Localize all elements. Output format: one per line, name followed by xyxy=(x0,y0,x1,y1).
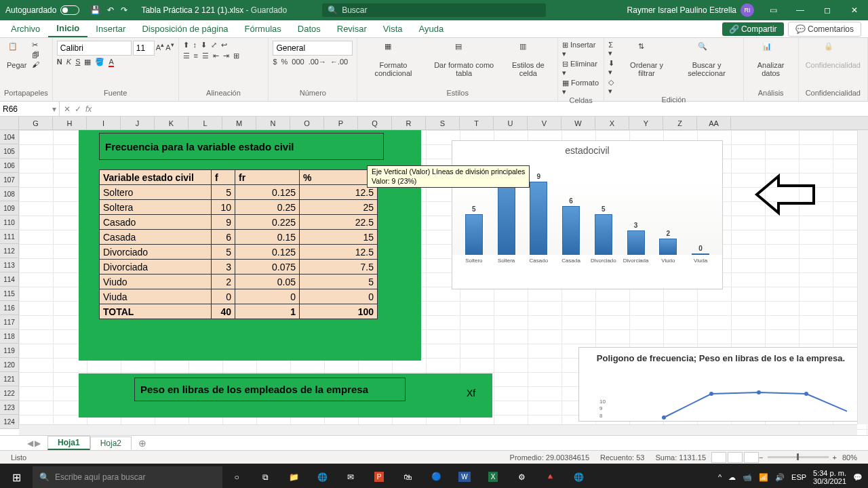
indent-increase-icon[interactable]: ⇥ xyxy=(223,52,229,60)
powerpoint-icon[interactable]: P xyxy=(365,464,393,488)
zoom-out-button[interactable]: − xyxy=(759,453,763,462)
view-pagelayout-icon[interactable] xyxy=(728,452,743,463)
row-header[interactable]: 106 xyxy=(0,159,19,173)
align-right-icon[interactable]: ☰ xyxy=(202,52,209,60)
taskbar-search[interactable]: 🔍 Escribe aquí para buscar xyxy=(33,466,222,488)
table-row[interactable]: Viuda000 xyxy=(100,289,378,304)
underline-button[interactable]: S xyxy=(75,58,80,66)
row-header[interactable]: 112 xyxy=(0,244,19,258)
redo-icon[interactable]: ↷ xyxy=(121,5,127,15)
undo-icon[interactable]: ↶ xyxy=(107,5,114,15)
chart-bar[interactable]: 2 xyxy=(659,239,677,255)
wrap-text-icon[interactable]: ↩ xyxy=(221,41,227,49)
analyze-data-button[interactable]: 📊Analizar datos xyxy=(748,41,794,79)
sheet-nav-prev-icon[interactable]: ◀ xyxy=(27,439,33,448)
row-header[interactable]: 121 xyxy=(0,372,19,386)
table-row[interactable]: Casado90.22522.5 xyxy=(100,215,378,230)
conditional-format-button[interactable]: ▦Formato condicional xyxy=(361,41,425,79)
cancel-formula-icon[interactable]: ✕ xyxy=(64,104,71,114)
row-headers[interactable]: 1041051061071081091101111121131141151161… xyxy=(0,130,19,429)
align-left-icon[interactable]: ☰ xyxy=(183,52,190,60)
tab-archivo[interactable]: Archivo xyxy=(3,21,48,37)
column-headers[interactable]: GHIJKLMNOPQRSTUVWXYZAA xyxy=(0,117,868,130)
row-header[interactable]: 124 xyxy=(0,415,19,429)
close-icon[interactable]: ✕ xyxy=(841,0,868,20)
table-row[interactable]: Soltera100.2525 xyxy=(100,200,378,215)
autosave-toggle[interactable]: Autoguardado xyxy=(0,5,85,15)
comments-button[interactable]: 💬 Comentarios xyxy=(788,22,861,37)
sort-filter-button[interactable]: ⇅Ordenar y filtrar xyxy=(622,41,672,79)
chart-bar[interactable]: 0 xyxy=(692,253,709,255)
notifications-icon[interactable]: 💬 xyxy=(853,473,863,482)
row-header[interactable]: 114 xyxy=(0,272,19,287)
store-icon[interactable]: 🛍 xyxy=(393,464,422,488)
col-header[interactable]: AA xyxy=(697,117,731,129)
tab-inicio[interactable]: Inicio xyxy=(48,20,87,37)
toggle-off-icon[interactable] xyxy=(60,5,79,15)
brush-icon[interactable]: 🖌 xyxy=(32,60,39,68)
col-header[interactable]: J xyxy=(121,117,155,129)
row-header[interactable]: 108 xyxy=(0,187,19,201)
table-row[interactable]: Viudo20.055 xyxy=(100,274,378,289)
save-icon[interactable]: 💾 xyxy=(90,5,100,15)
enter-formula-icon[interactable]: ✓ xyxy=(75,104,81,114)
wifi-icon[interactable]: 📶 xyxy=(759,473,768,482)
cut-icon[interactable]: ✂ xyxy=(32,41,39,49)
name-box[interactable]: R66▾ xyxy=(0,102,60,116)
find-select-button[interactable]: 🔍Buscar y seleccionar xyxy=(674,41,738,79)
col-header[interactable]: V xyxy=(528,117,561,129)
format-as-table-button[interactable]: ▤Dar formato como tabla xyxy=(428,41,500,79)
tray-chevron-icon[interactable]: ^ xyxy=(718,473,722,481)
tab-revisar[interactable]: Revisar xyxy=(329,21,375,37)
view-pagebreak-icon[interactable] xyxy=(744,452,759,463)
meet-now-icon[interactable]: 📹 xyxy=(743,473,752,482)
delete-cells-button[interactable]: ⊟ Eliminar ▾ xyxy=(562,60,599,77)
language-indicator[interactable]: ESP xyxy=(791,473,806,481)
col-header[interactable]: O xyxy=(290,117,324,129)
font-name-select[interactable] xyxy=(57,41,132,56)
merge-icon[interactable]: ⊞ xyxy=(233,52,239,60)
col-header[interactable]: Z xyxy=(663,117,697,129)
table-row[interactable]: Divorciado50.12512.5 xyxy=(100,245,378,260)
format-cells-button[interactable]: ▦ Formato ▾ xyxy=(562,79,599,96)
row-header[interactable]: 104 xyxy=(0,130,19,144)
row-header[interactable]: 120 xyxy=(0,358,19,372)
account-button[interactable]: Raymer Israel Paulino Estrella RI xyxy=(622,3,760,17)
row-header[interactable]: 111 xyxy=(0,230,19,244)
row-header[interactable]: 122 xyxy=(0,386,19,401)
mail-icon[interactable]: ✉ xyxy=(336,464,365,488)
increase-decimal-icon[interactable]: .00→ xyxy=(309,58,326,66)
col-header[interactable]: Q xyxy=(358,117,392,129)
cell-styles-button[interactable]: ▥Estilos de celda xyxy=(503,41,553,79)
align-top-icon[interactable]: ⬆ xyxy=(183,41,189,49)
borders-icon[interactable]: ▦ xyxy=(84,58,91,66)
frequency-table[interactable]: Variable estado civil f fr % Soltero50.1… xyxy=(99,169,378,319)
row-header[interactable]: 109 xyxy=(0,201,19,216)
volume-icon[interactable]: 🔊 xyxy=(775,473,785,482)
col-header[interactable]: I xyxy=(87,117,121,129)
italic-button[interactable]: K xyxy=(66,58,71,66)
start-button[interactable]: ⊞ xyxy=(0,471,33,484)
clock[interactable]: 5:34 p. m. 30/3/2021 xyxy=(813,469,846,485)
chart-bar[interactable]: 9 xyxy=(530,182,547,255)
col-header[interactable]: L xyxy=(189,117,222,129)
col-header[interactable]: W xyxy=(561,117,595,129)
tab-insertar[interactable]: Insertar xyxy=(87,21,134,37)
sheet-nav-next-icon[interactable]: ▶ xyxy=(35,439,41,448)
table-row[interactable]: Casada60.1515 xyxy=(100,230,378,245)
number-format-select[interactable] xyxy=(273,41,353,56)
row-header[interactable]: 110 xyxy=(0,216,19,230)
add-sheet-button[interactable]: ⊕ xyxy=(132,438,153,449)
chart-bar[interactable]: 5 xyxy=(465,214,483,255)
chevron-down-icon[interactable]: ▾ xyxy=(52,104,56,114)
col-header[interactable]: N xyxy=(256,117,290,129)
onedrive-icon[interactable]: ☁ xyxy=(728,473,736,482)
col-header[interactable]: P xyxy=(324,117,358,129)
search-input[interactable]: 🔍 Buscar xyxy=(322,3,546,17)
align-bottom-icon[interactable]: ⬇ xyxy=(201,41,207,49)
row-header[interactable]: 123 xyxy=(0,401,19,415)
insert-cells-button[interactable]: ⊞ Insertar ▾ xyxy=(562,41,599,58)
col-header[interactable]: M xyxy=(222,117,256,129)
col-header[interactable]: G xyxy=(19,117,53,129)
fx-icon[interactable]: fx xyxy=(85,104,92,114)
